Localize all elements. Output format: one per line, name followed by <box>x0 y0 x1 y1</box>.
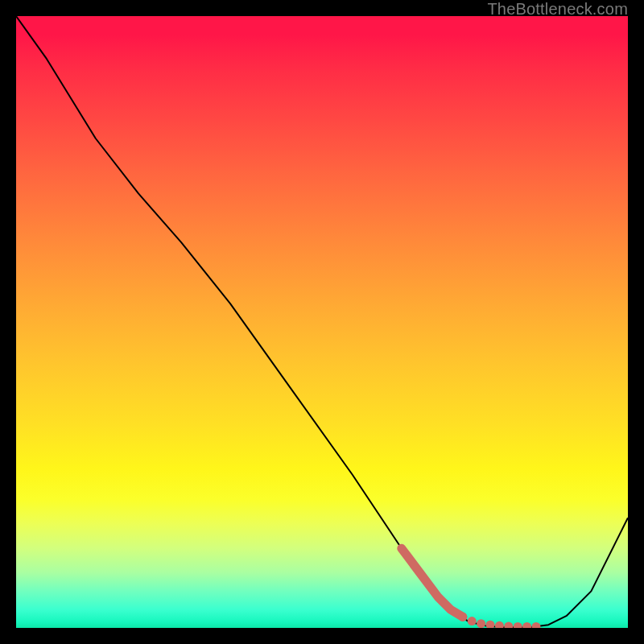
plot-area <box>16 16 628 628</box>
chart-frame: TheBottleneck.com <box>0 0 644 644</box>
highlight-dot <box>458 613 467 621</box>
highlight-stroke <box>402 548 463 617</box>
highlight-dot <box>522 622 531 628</box>
highlight-dot <box>532 622 541 628</box>
highlight-dot <box>477 619 485 628</box>
plot-svg <box>16 16 628 628</box>
bottleneck-curve <box>16 16 628 627</box>
highlight-dot <box>514 622 522 628</box>
highlight-dot <box>495 621 504 628</box>
highlight-dot <box>468 617 477 625</box>
highlight-dot <box>504 622 513 628</box>
highlight-dot <box>486 621 495 628</box>
